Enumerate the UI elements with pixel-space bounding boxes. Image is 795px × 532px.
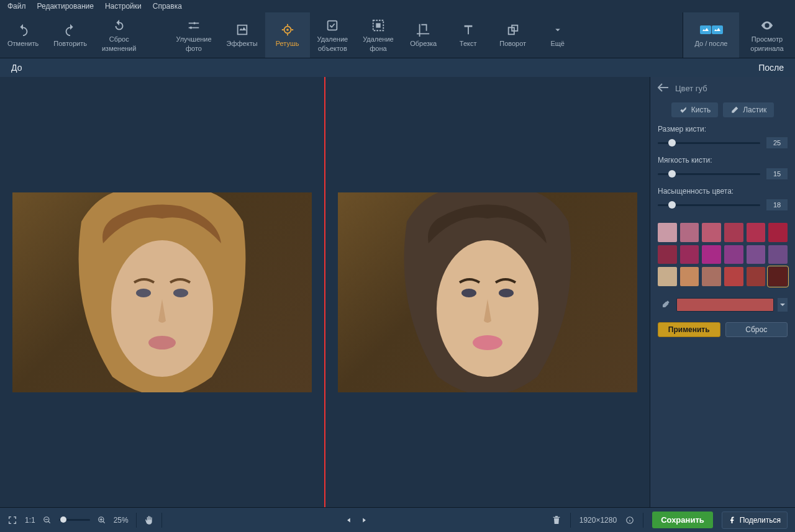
brush-tab[interactable]: Кисть xyxy=(671,102,718,117)
after-label: После xyxy=(758,63,784,73)
before-pane[interactable] xyxy=(0,77,324,507)
apply-button[interactable]: Применить xyxy=(658,322,720,337)
svg-point-15 xyxy=(499,289,514,297)
color-swatch[interactable] xyxy=(724,267,743,286)
color-swatch[interactable] xyxy=(702,245,721,264)
eyedropper-button[interactable] xyxy=(658,297,673,312)
menu-settings[interactable]: Настройки xyxy=(105,2,142,11)
svg-rect-4 xyxy=(328,21,337,30)
svg-point-16 xyxy=(473,335,502,350)
sliders-icon xyxy=(187,17,201,34)
color-swatch[interactable] xyxy=(768,267,788,286)
retouch-icon xyxy=(281,22,294,38)
crop-icon xyxy=(417,22,430,38)
softness-track[interactable] xyxy=(658,173,760,175)
rotate-icon xyxy=(506,22,520,38)
menubar: Файл Редактирование Настройки Справка xyxy=(0,0,795,12)
color-swatch[interactable] xyxy=(680,267,699,286)
menu-help[interactable]: Справка xyxy=(153,2,182,11)
reset-icon xyxy=(112,17,126,34)
next-button[interactable] xyxy=(360,516,368,525)
more-button[interactable]: Ещё xyxy=(535,12,580,58)
canvas-area xyxy=(0,77,650,507)
redo-icon xyxy=(63,22,77,38)
remove-objects-button[interactable]: Удаление объектов xyxy=(310,12,356,58)
color-swatch[interactable] xyxy=(747,223,766,242)
color-swatch[interactable] xyxy=(724,223,743,242)
undo-button[interactable]: Отменить xyxy=(0,12,46,58)
crop-button[interactable]: Обрезка xyxy=(401,12,446,58)
reset-changes-button[interactable]: Сброс изменений xyxy=(94,12,143,58)
color-swatches xyxy=(658,223,788,286)
color-swatch[interactable] xyxy=(680,223,699,242)
svg-point-0 xyxy=(193,22,196,25)
sidebar: Цвет губ Кисть Ластик Размер кисти: 25 М… xyxy=(650,77,795,507)
color-swatch[interactable] xyxy=(680,245,699,264)
menu-edit[interactable]: Редактирование xyxy=(37,2,94,11)
color-swatch[interactable] xyxy=(658,223,677,242)
effects-icon xyxy=(235,22,249,38)
zoom-slider[interactable] xyxy=(59,519,90,521)
color-dropdown[interactable] xyxy=(778,298,788,312)
scale-11-button[interactable]: 1:1 xyxy=(25,516,35,525)
info-button[interactable] xyxy=(625,516,634,525)
toolbar: Отменить Повторить Сброс изменений Улучш… xyxy=(0,12,795,58)
remove-bg-icon xyxy=(371,17,385,34)
save-button[interactable]: Сохранить xyxy=(652,512,713,528)
saturation-slider: Насыщенность цвета: 18 xyxy=(658,187,788,210)
color-swatch[interactable] xyxy=(658,267,677,286)
redo-button[interactable]: Повторить xyxy=(46,12,94,58)
chevron-down-icon xyxy=(552,22,563,38)
before-after-button[interactable]: До / после xyxy=(683,12,739,58)
zoom-in-button[interactable] xyxy=(98,516,106,525)
effects-button[interactable]: Эффекты xyxy=(219,12,265,58)
prev-button[interactable] xyxy=(345,516,353,525)
eraser-tab[interactable]: Ластик xyxy=(723,102,774,117)
delete-button[interactable] xyxy=(552,515,561,525)
before-label: До xyxy=(11,63,22,73)
remove-bg-button[interactable]: Удаление фона xyxy=(355,12,401,58)
after-pane[interactable] xyxy=(325,77,650,507)
color-swatch[interactable] xyxy=(658,245,677,264)
color-swatch[interactable] xyxy=(747,267,766,286)
sidebar-header: Цвет губ xyxy=(658,83,788,94)
svg-point-14 xyxy=(461,289,476,297)
before-image xyxy=(12,192,312,392)
reset-button[interactable]: Сброс xyxy=(725,322,788,337)
softness-slider: Мягкость кисти: 15 xyxy=(658,156,788,179)
retouch-button[interactable]: Ретушь xyxy=(265,12,310,58)
fullscreen-button[interactable] xyxy=(7,515,17,525)
remove-obj-icon xyxy=(325,17,339,34)
main: Цвет губ Кисть Ластик Размер кисти: 25 М… xyxy=(0,77,795,507)
zoom-out-button[interactable] xyxy=(43,516,52,525)
hand-tool-button[interactable] xyxy=(144,515,154,525)
color-swatch[interactable] xyxy=(702,267,721,286)
after-image xyxy=(338,192,637,392)
facebook-icon xyxy=(729,516,736,524)
color-swatch[interactable] xyxy=(724,245,743,264)
undo-icon xyxy=(16,22,30,38)
sidebar-title: Цвет губ xyxy=(675,84,707,93)
saturation-track[interactable] xyxy=(658,204,760,206)
text-button[interactable]: Текст xyxy=(446,12,491,58)
brush-size-track[interactable] xyxy=(658,142,760,144)
color-swatch[interactable] xyxy=(747,245,766,264)
brush-size-value: 25 xyxy=(766,137,788,148)
svg-point-10 xyxy=(136,289,151,297)
share-button[interactable]: Поделиться xyxy=(722,512,788,529)
current-color[interactable] xyxy=(676,298,774,312)
svg-point-12 xyxy=(148,336,176,349)
before-after-icon xyxy=(700,22,723,38)
color-swatch[interactable] xyxy=(768,245,788,264)
back-button[interactable] xyxy=(658,83,669,94)
rotate-button[interactable]: Поворот xyxy=(491,12,535,58)
enhance-button[interactable]: Улучшение фото xyxy=(168,12,219,58)
color-swatch[interactable] xyxy=(768,223,788,242)
svg-point-3 xyxy=(286,29,289,32)
color-swatch[interactable] xyxy=(702,223,721,242)
view-original-button[interactable]: Просмотр оригинала xyxy=(739,12,795,58)
saturation-value: 18 xyxy=(766,199,788,210)
menu-file[interactable]: Файл xyxy=(7,2,26,11)
brush-size-slider: Размер кисти: 25 xyxy=(658,125,788,148)
compare-header: До После xyxy=(0,58,795,77)
